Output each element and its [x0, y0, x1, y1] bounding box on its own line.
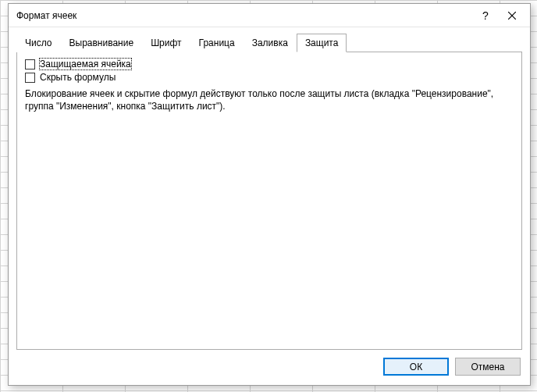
tab-protection[interactable]: Защита: [297, 34, 347, 52]
tab-font[interactable]: Шрифт: [142, 34, 190, 52]
tab-alignment[interactable]: Выравнивание: [61, 34, 143, 52]
tab-number[interactable]: Число: [16, 34, 61, 52]
ok-button[interactable]: ОК: [383, 358, 449, 376]
tab-fill[interactable]: Заливка: [244, 34, 297, 52]
cancel-button[interactable]: Отмена: [455, 358, 521, 376]
dialog-title: Формат ячеек: [16, 10, 472, 21]
tab-strip: Число Выравнивание Шрифт Граница Заливка…: [16, 34, 522, 52]
protection-info-text: Блокирование ячеек и скрытие формул дейс…: [25, 87, 514, 112]
tab-border[interactable]: Граница: [190, 34, 244, 52]
dialog-content: Число Выравнивание Шрифт Граница Заливка…: [9, 27, 530, 350]
dialog-buttons: ОК Отмена: [9, 350, 530, 385]
help-button[interactable]: ?: [472, 6, 499, 25]
titlebar: Формат ячеек ?: [9, 4, 530, 27]
checkbox-icon: [25, 73, 35, 83]
locked-checkbox-row[interactable]: Защищаемая ячейка: [25, 59, 514, 69]
close-icon: [508, 12, 516, 20]
format-cells-dialog: Формат ячеек ? Число Выравнивание Шрифт …: [8, 3, 531, 386]
hidden-checkbox-row[interactable]: Скрыть формулы: [25, 72, 514, 83]
protection-panel: Защищаемая ячейка Скрыть формулы Блокиро…: [16, 52, 522, 350]
checkbox-icon: [25, 59, 35, 69]
close-button[interactable]: [499, 6, 525, 25]
hidden-label: Скрыть формулы: [40, 72, 116, 83]
locked-label: Защищаемая ячейка: [40, 59, 131, 69]
